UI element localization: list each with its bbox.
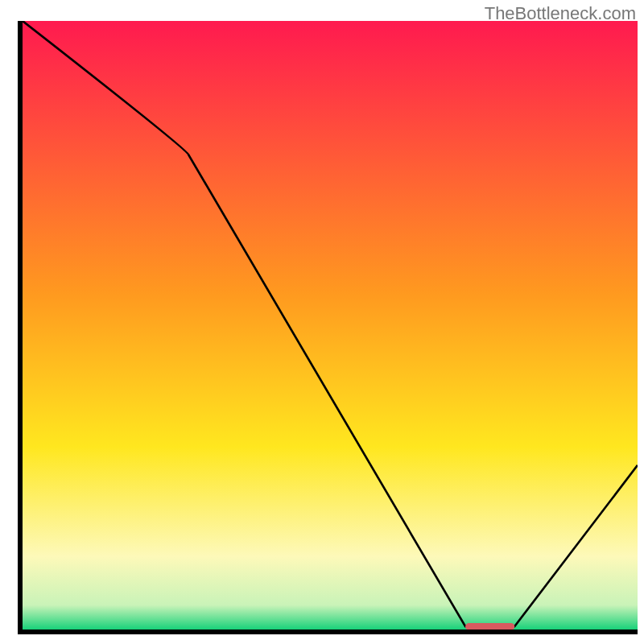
chart-line-layer (23, 21, 638, 630)
watermark-text: TheBottleneck.com (485, 3, 636, 24)
chart-plot-area (18, 21, 638, 634)
chart-line-path (23, 21, 638, 626)
chart-optimum-marker (465, 623, 514, 630)
